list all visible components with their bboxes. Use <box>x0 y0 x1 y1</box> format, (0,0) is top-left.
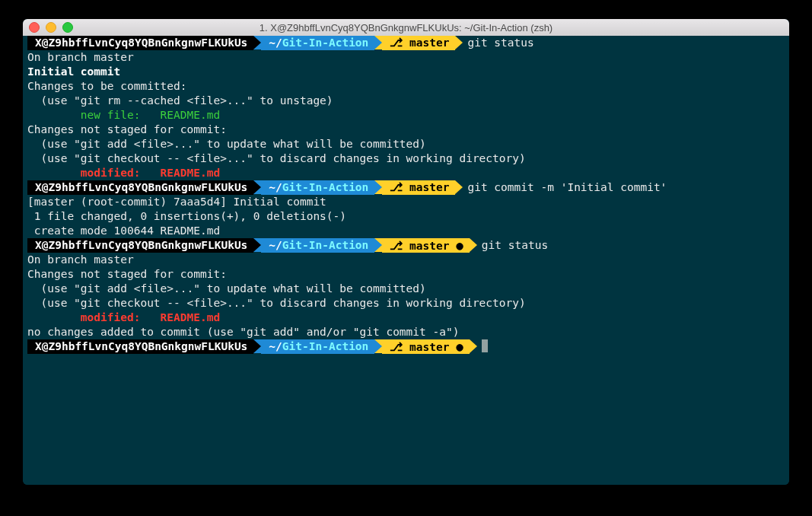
prompt-branch: ⎇ master ● <box>382 238 470 253</box>
branch-name: master <box>409 181 449 193</box>
filename: README.md <box>161 311 221 323</box>
output-line: (use "git add <file>..." to update what … <box>23 282 789 296</box>
path-repo: Git-In-Action <box>282 340 369 352</box>
path-repo: Git-In-Action <box>282 181 369 193</box>
prompt-userhost: X@Z9hbffLvnCyq8YQBnGnkgnwFLKUkUs <box>27 238 253 253</box>
branch-name: master <box>409 341 449 353</box>
output-line: Changes not staged for commit: <box>23 123 789 137</box>
titlebar[interactable]: 1. X@Z9hbffLvnCyq8YQBnGnkgnwFLKUkUs: ~/G… <box>23 19 789 36</box>
branch-icon: ⎇ <box>390 181 403 193</box>
prompt-line-active[interactable]: X@Z9hbffLvnCyq8YQBnGnkgnwFLKUkUs~/Git-In… <box>23 339 789 354</box>
branch-name: master <box>409 240 449 252</box>
command-text: git commit -m 'Initial commit' <box>463 181 667 193</box>
prompt-path: ~/Git-In-Action <box>261 339 374 354</box>
output-line: create mode 100644 README.md <box>23 224 789 238</box>
terminal-body[interactable]: X@Z9hbffLvnCyq8YQBnGnkgnwFLKUkUs~/Git-In… <box>23 36 789 485</box>
prompt-line: X@Z9hbffLvnCyq8YQBnGnkgnwFLKUkUs~/Git-In… <box>23 36 789 50</box>
path-prefix: ~/ <box>269 37 282 49</box>
minimize-icon[interactable] <box>46 22 56 33</box>
prompt-branch: ⎇ master ● <box>382 339 470 354</box>
output-line: On branch master <box>23 50 789 65</box>
output-line-modified: modified: README.md <box>23 166 789 180</box>
separator-icon <box>374 238 382 252</box>
zoom-icon[interactable] <box>62 22 73 33</box>
dirty-icon: ● <box>456 238 463 253</box>
output-line: Initial commit <box>23 65 789 79</box>
command-text: git status <box>477 239 548 251</box>
prompt-line: X@Z9hbffLvnCyq8YQBnGnkgnwFLKUkUs~/Git-In… <box>23 180 789 195</box>
userhost-text: X@Z9hbffLvnCyq8YQBnGnkgnwFLKUkUs <box>35 239 247 251</box>
separator-icon <box>253 238 261 252</box>
branch-icon: ⎇ <box>390 341 403 353</box>
separator-icon <box>374 36 382 49</box>
separator-icon <box>455 36 463 49</box>
branch-icon: ⎇ <box>390 240 403 252</box>
branch-icon: ⎇ <box>390 37 403 49</box>
path-repo: Git-In-Action <box>282 37 369 49</box>
output-line-new-file: new file: README.md <box>23 108 789 123</box>
output-line: Changes to be committed: <box>23 79 789 94</box>
prompt-path: ~/Git-In-Action <box>261 238 374 253</box>
close-icon[interactable] <box>29 22 40 33</box>
output-line: [master (root-commit) 7aaa5d4] Initial c… <box>23 195 789 209</box>
filename: README.md <box>161 167 221 179</box>
status-label: new file: <box>27 109 161 121</box>
path-prefix: ~/ <box>269 239 282 251</box>
terminal-window: 1. X@Z9hbffLvnCyq8YQBnGnkgnwFLKUkUs: ~/G… <box>23 19 789 485</box>
output-line-modified: modified: README.md <box>23 311 789 325</box>
separator-icon <box>253 180 261 194</box>
prompt-branch: ⎇ master <box>382 36 455 50</box>
dirty-icon: ● <box>456 339 463 354</box>
output-line: (use "git rm --cached <file>..." to unst… <box>23 94 789 108</box>
prompt-userhost: X@Z9hbffLvnCyq8YQBnGnkgnwFLKUkUs <box>27 339 253 354</box>
status-label: modified: <box>27 311 161 323</box>
separator-icon <box>374 339 382 353</box>
command-text: git status <box>463 37 533 49</box>
window-controls <box>29 22 73 33</box>
output-line: no changes added to commit (use "git add… <box>23 325 789 339</box>
status-label: modified: <box>27 167 161 179</box>
output-line: (use "git checkout -- <file>..." to disc… <box>23 296 789 311</box>
filename: README.md <box>161 109 221 121</box>
prompt-path: ~/Git-In-Action <box>261 36 374 50</box>
userhost-text: X@Z9hbffLvnCyq8YQBnGnkgnwFLKUkUs <box>35 181 247 193</box>
prompt-userhost: X@Z9hbffLvnCyq8YQBnGnkgnwFLKUkUs <box>27 180 253 195</box>
path-prefix: ~/ <box>269 340 282 352</box>
userhost-text: X@Z9hbffLvnCyq8YQBnGnkgnwFLKUkUs <box>35 340 247 352</box>
output-line: (use "git add <file>..." to update what … <box>23 137 789 151</box>
prompt-line: X@Z9hbffLvnCyq8YQBnGnkgnwFLKUkUs~/Git-In… <box>23 238 789 253</box>
path-prefix: ~/ <box>269 181 282 193</box>
prompt-branch: ⎇ master <box>382 180 455 195</box>
cursor <box>482 339 488 352</box>
separator-icon <box>455 180 463 194</box>
window-title: 1. X@Z9hbffLvnCyq8YQBnGnkgnwFLKUkUs: ~/G… <box>23 22 789 33</box>
separator-icon <box>374 180 382 194</box>
output-line: Changes not staged for commit: <box>23 267 789 282</box>
output-line: On branch master <box>23 253 789 267</box>
output-line: 1 file changed, 0 insertions(+), 0 delet… <box>23 209 789 224</box>
separator-icon <box>253 339 261 353</box>
prompt-userhost: X@Z9hbffLvnCyq8YQBnGnkgnwFLKUkUs <box>27 36 253 50</box>
prompt-path: ~/Git-In-Action <box>261 180 374 195</box>
output-line: (use "git checkout -- <file>..." to disc… <box>23 151 789 166</box>
separator-icon <box>470 339 477 353</box>
separator-icon <box>470 238 477 252</box>
separator-icon <box>253 36 261 49</box>
branch-name: master <box>409 37 449 49</box>
userhost-text: X@Z9hbffLvnCyq8YQBnGnkgnwFLKUkUs <box>35 37 247 49</box>
path-repo: Git-In-Action <box>282 239 369 251</box>
